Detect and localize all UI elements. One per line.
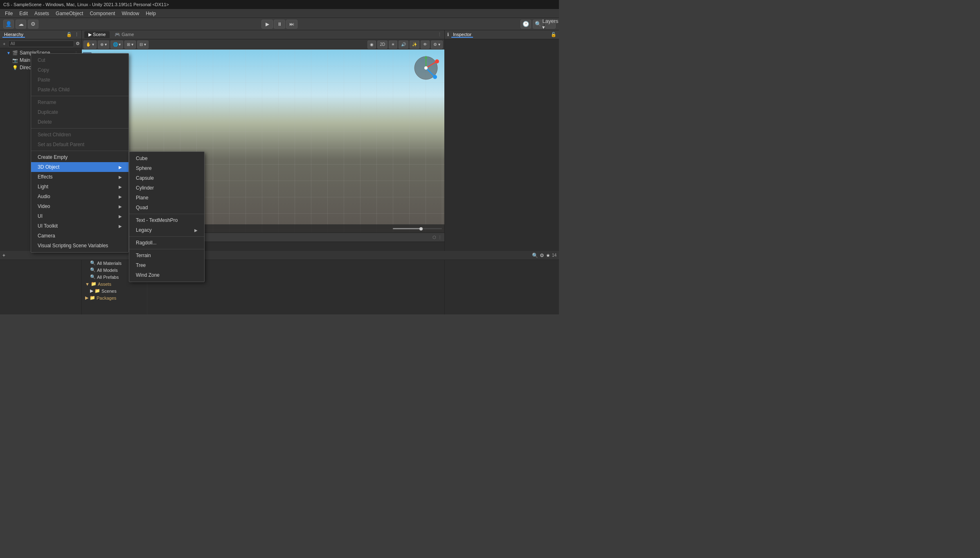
search-icon[interactable]: ⚙ (28, 20, 38, 29)
inspector-panel: ℹ Inspector 🔓 (444, 30, 559, 314)
tab-inspector[interactable]: Inspector (451, 32, 473, 38)
view-more-icon[interactable]: ⋮ (437, 32, 442, 37)
ctx-3d-arrow-icon: ▶ (119, 165, 122, 169)
lighting-btn[interactable]: ☀ (389, 41, 397, 49)
ctx-select-children[interactable]: Select Children (31, 130, 128, 140)
tree-item-packages[interactable]: ▶ 📁 Packages (83, 294, 145, 301)
sub-tree[interactable]: Tree (129, 260, 204, 270)
ctx-3d-object[interactable]: 3D Object ▶ (31, 162, 128, 172)
ctx-copy[interactable]: Copy (31, 65, 128, 75)
sub-capsule-label: Capsule (136, 175, 154, 181)
menu-gameobject[interactable]: GameObject (52, 10, 86, 17)
ctx-camera[interactable]: Camera (31, 231, 128, 241)
ctx-audio[interactable]: Audio ▶ (31, 192, 128, 201)
ctx-effects[interactable]: Effects ▶ (31, 172, 128, 182)
menu-edit[interactable]: Edit (16, 10, 31, 17)
packages-folder-icon: 📁 (90, 295, 95, 300)
pivot-btn[interactable]: ⊕ ▾ (98, 41, 109, 49)
ctx-cut[interactable]: Cut (31, 55, 128, 65)
account-btn[interactable]: 👤 (3, 20, 14, 29)
sub-terrain[interactable]: Terrain (129, 251, 204, 260)
sub-quad[interactable]: Quad (129, 203, 204, 212)
ctx-visual-scripting[interactable]: Visual Scripting Scene Variables (31, 241, 128, 251)
model-search-icon: 🔍 (90, 267, 96, 273)
sub-capsule[interactable]: Capsule (129, 173, 204, 183)
menu-assets[interactable]: Assets (31, 10, 52, 17)
tab-hierarchy[interactable]: Hierarchy (2, 32, 25, 38)
hierarchy-filter-icon[interactable]: ⚙ (76, 41, 80, 46)
hierarchy-more-icon[interactable]: ⋮ (74, 32, 79, 37)
history-btn[interactable]: 🕐 (520, 20, 531, 29)
sub-legacy[interactable]: Legacy ▶ (129, 225, 204, 235)
snap-btn[interactable]: ⊞ ▾ (124, 41, 136, 49)
ctx-light[interactable]: Light ▶ (31, 182, 128, 192)
project-panel-icons: ⬡ ⋮ (433, 235, 442, 239)
global-btn[interactable]: 🌐 ▾ (110, 41, 124, 49)
step-button[interactable]: ⏭ (286, 20, 297, 29)
assets-folder-icon: 📁 (91, 281, 97, 287)
ctx-delete[interactable]: Delete (31, 117, 128, 127)
sub-text-tmp[interactable]: Text - TextMeshPro (129, 215, 204, 225)
camera-icon: 📷 (12, 58, 18, 63)
ctx-camera-label: Camera (38, 233, 55, 239)
hierarchy-add-btn[interactable]: + (2, 41, 7, 47)
title-bar: CS - SampleScene - Windows, Mac, Linux -… (0, 0, 559, 9)
2d-btn[interactable]: 2D (377, 41, 387, 49)
ctx-effects-label: Effects (38, 174, 52, 180)
layout-btn[interactable]: ⊟ ▾ (137, 41, 149, 49)
fx-btn[interactable]: ✨ (410, 41, 419, 49)
ctx-delete-label: Delete (38, 119, 52, 125)
ctx-paste[interactable]: Paste (31, 75, 128, 85)
menu-window[interactable]: Window (118, 10, 142, 17)
ctx-audio-arrow-icon: ▶ (119, 194, 122, 199)
ctx-set-default-parent[interactable]: Set as Default Parent (31, 140, 128, 149)
scene-toolbar: ✋ ▾ ⊕ ▾ 🌐 ▾ ⊞ ▾ ⊟ ▾ ◉ 2D ☀ 🔊 ✨ 👁 ⚙ ▾ (82, 39, 444, 50)
layers-btn[interactable]: Layers ▾ (545, 20, 556, 29)
sub-cylinder[interactable]: Cylinder (129, 183, 204, 193)
ctx-video[interactable]: Video ▶ (31, 201, 128, 211)
pause-button[interactable]: ⏸ (274, 20, 285, 29)
assets-arrow-icon: ▼ (85, 282, 90, 287)
tree-item-scenes[interactable]: ▶ 📁 Scenes (83, 287, 145, 294)
hierarchy-lock-icon[interactable]: 🔓 (66, 32, 72, 37)
allmaterials-label: All Materials (97, 261, 122, 266)
submenu-3d-object: Cube Sphere Capsule Cylinder Plane Quad … (129, 151, 205, 282)
ctx-paste-as-child[interactable]: Paste As Child (31, 85, 128, 95)
gizmos-btn[interactable]: ⚙ ▾ (431, 41, 443, 49)
scenes-label: Scenes (101, 289, 117, 294)
sub-ragdoll[interactable]: Ragdoll... (129, 238, 204, 248)
tab-scene[interactable]: ▶ Scene (84, 31, 110, 38)
scene-visibility-btn[interactable]: 👁 (421, 41, 430, 49)
ctx-light-arrow-icon: ▶ (119, 185, 122, 189)
tab-game[interactable]: 🎮 Game (110, 31, 138, 38)
ctx-rename-label: Rename (38, 99, 56, 105)
svg-point-6 (433, 75, 437, 79)
ctx-rename[interactable]: Rename (31, 97, 128, 107)
sub-wind-zone[interactable]: Wind Zone (129, 270, 204, 280)
ctx-visual-scripting-label: Visual Scripting Scene Variables (38, 243, 108, 249)
project-more-icon[interactable]: ⋮ (438, 235, 442, 239)
project-expand-icon[interactable]: ⬡ (433, 235, 436, 239)
persp-btn[interactable]: ◉ (367, 41, 376, 49)
ctx-sep-2 (31, 128, 128, 129)
cloud-btn[interactable]: ☁ (16, 20, 26, 29)
ctx-create-empty[interactable]: Create Empty (31, 152, 128, 162)
sub-plane[interactable]: Plane (129, 193, 204, 203)
ctx-ui-toolkit[interactable]: UI Toolkit ▶ (31, 221, 128, 231)
sub-sphere[interactable]: Sphere (129, 163, 204, 173)
menu-component[interactable]: Component (86, 10, 118, 17)
ctx-duplicate[interactable]: Duplicate (31, 107, 128, 117)
menu-help[interactable]: Help (142, 10, 159, 17)
transform-tools-btn[interactable]: ✋ ▾ (83, 41, 97, 49)
inspector-lock-icon[interactable]: 🔓 (551, 32, 556, 37)
menu-file[interactable]: File (2, 10, 16, 17)
main-toolbar: 👤 ☁ ⚙ ▶ ⏸ ⏭ 🕐 🔍 Layers ▾ (0, 18, 559, 30)
audio-btn[interactable]: 🔊 (399, 41, 408, 49)
search-btn[interactable]: 🔍 (533, 20, 543, 29)
sub-cube[interactable]: Cube (129, 154, 204, 163)
playmode-controls: ▶ ⏸ ⏭ (261, 20, 297, 29)
ctx-ui[interactable]: UI ▶ (31, 211, 128, 221)
ctx-set-default-parent-label: Set as Default Parent (38, 142, 84, 147)
sub-tree-label: Tree (136, 262, 146, 268)
play-button[interactable]: ▶ (261, 20, 273, 29)
